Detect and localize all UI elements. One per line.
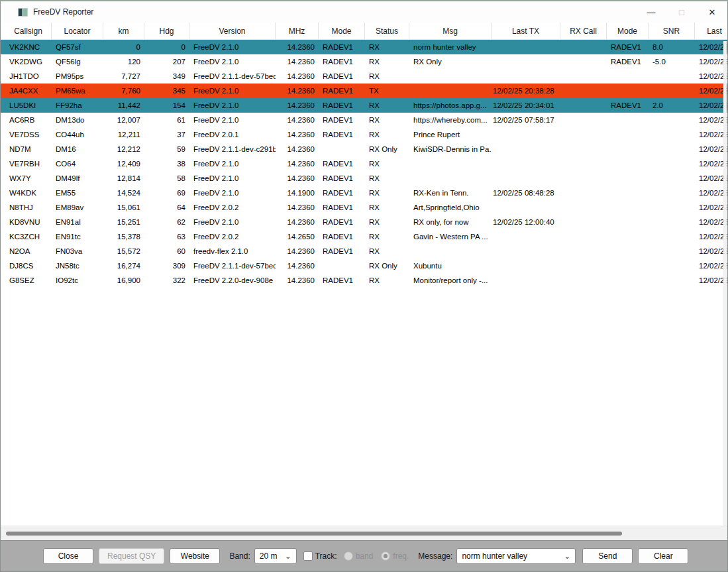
table-row-nd7m[interactable]: ND7MDM1612,21259FreeDV 2.1.1-dev-c291b14… bbox=[1, 142, 727, 156]
minimize-icon[interactable]: — bbox=[636, 1, 666, 23]
cell-km: 14,524 bbox=[103, 189, 144, 197]
close-button[interactable]: Close bbox=[43, 548, 93, 564]
clear-button[interactable]: Clear bbox=[638, 548, 688, 564]
cell-callsign: VK2DWG bbox=[5, 58, 52, 66]
table-row-ve7dss[interactable]: VE7DSSCO44uh12,21137FreeDV 2.0.114.2360R… bbox=[1, 127, 727, 142]
table-header: CallsignLocatorˆkmHdgVersionMHzModeStatu… bbox=[1, 23, 727, 40]
column-header-locator[interactable]: Locator bbox=[52, 23, 103, 39]
cell-callsign: AC6RB bbox=[5, 116, 52, 124]
cell-msg: Xubuntu bbox=[409, 262, 492, 270]
cell-locator: PM65wa bbox=[52, 87, 103, 95]
cell-version: FreeDV 2.1.0 bbox=[189, 101, 276, 109]
column-header-version[interactable]: Version bbox=[189, 23, 276, 39]
cell-last_tx: 12/02/25 20:34:01 bbox=[492, 101, 560, 109]
cell-status: RX bbox=[365, 247, 409, 255]
table-row-vk2knc[interactable]: VK2KNCQF57sf00FreeDV 2.1.014.2360RADEV1R… bbox=[1, 40, 727, 54]
table-row-w4kdk[interactable]: W4KDKEM5514,52469FreeDV 2.1.014.1900RADE… bbox=[1, 186, 727, 200]
cell-status: RX Only bbox=[365, 145, 409, 153]
cell-version: FreeDV 2.1.0 bbox=[189, 160, 276, 168]
track-band-radio[interactable] bbox=[344, 551, 353, 561]
horizontal-scrollbar-thumb[interactable] bbox=[6, 532, 622, 536]
table-row-wx7y[interactable]: WX7YDM49lf12,81458FreeDV 2.1.014.2360RAD… bbox=[1, 171, 727, 186]
cell-km: 12,007 bbox=[103, 116, 144, 124]
table-row-jh1tdo[interactable]: JH1TDOPM95ps7,727349FreeDV 2.1.1-dev-57b… bbox=[1, 69, 727, 84]
cell-status: RX bbox=[365, 189, 409, 197]
message-label: Message: bbox=[418, 551, 452, 561]
column-header-snr[interactable]: SNR bbox=[649, 23, 695, 39]
column-header-label: Version bbox=[219, 27, 245, 36]
cell-version: FreeDV 2.1.1-dev-57bed bbox=[189, 72, 276, 80]
cell-msg: https://whereby.com... bbox=[409, 116, 492, 124]
cell-msg: KiwiSDR-Dennis in Pa... bbox=[409, 145, 492, 153]
column-header-km[interactable]: ˆkm bbox=[103, 23, 144, 39]
cell-msg: https://photos.app.g... bbox=[409, 101, 492, 109]
table-row-kd8vnu[interactable]: KD8VNUEN91al15,25162FreeDV 2.1.014.2360R… bbox=[1, 215, 727, 229]
column-header-hdg[interactable]: Hdg bbox=[144, 23, 189, 39]
table-row-dj8cs[interactable]: DJ8CSJN58tc16,274309FreeDV 2.1.1-dev-57b… bbox=[1, 258, 727, 273]
table-row-n8thj[interactable]: N8THJEM89av15,06164FreeDV 2.0.214.2360RA… bbox=[1, 200, 727, 215]
column-header-label: Callsign bbox=[14, 27, 42, 36]
cell-last_update: 12/02/25 bbox=[695, 276, 727, 284]
band-select[interactable]: 20 m ⌄ bbox=[254, 548, 297, 564]
table-row-lu5dki[interactable]: LU5DKIFF92ha11,442154FreeDV 2.1.014.2360… bbox=[1, 98, 727, 113]
table-row-n2oa[interactable]: N2OAFN03va15,57260freedv-flex 2.1.014.23… bbox=[1, 244, 727, 258]
cell-km: 12,814 bbox=[103, 174, 144, 182]
cell-km: 7,760 bbox=[103, 87, 144, 95]
cell-mhz: 14.2650 bbox=[276, 233, 319, 241]
cell-status: RX bbox=[365, 43, 409, 51]
column-header-callsign[interactable]: Callsign bbox=[5, 23, 52, 39]
bottom-toolbar: Close Request QSY Website Band: 20 m ⌄ T… bbox=[1, 540, 727, 571]
table-row-ve7rbh[interactable]: VE7RBHCO6412,40938FreeDV 2.1.014.2360RAD… bbox=[1, 156, 727, 171]
column-header-msg[interactable]: Msg bbox=[409, 23, 492, 39]
cell-locator: QF56lg bbox=[52, 58, 103, 66]
cell-locator: QF57sf bbox=[52, 43, 103, 51]
cell-callsign: VK2KNC bbox=[5, 43, 52, 51]
cell-rx_mode: RADEV1 bbox=[607, 101, 649, 109]
website-button[interactable]: Website bbox=[170, 548, 220, 564]
column-header-label: Last TX bbox=[512, 27, 539, 36]
window-controls: — □ ✕ bbox=[636, 1, 727, 23]
cell-km: 12,212 bbox=[103, 145, 144, 153]
track-freq-radio[interactable] bbox=[381, 551, 390, 561]
column-header-mhz[interactable]: MHz bbox=[276, 23, 319, 39]
cell-version: FreeDV 2.0.2 bbox=[189, 233, 276, 241]
cell-last_update: 12/02/25 bbox=[695, 58, 727, 66]
cell-status: RX bbox=[365, 233, 409, 241]
column-header-last_tx[interactable]: Last TX bbox=[492, 23, 560, 39]
cell-hdg: 37 bbox=[144, 131, 189, 139]
cell-callsign: ND7M bbox=[5, 145, 52, 153]
cell-snr: 8.0 bbox=[649, 43, 695, 51]
cell-status: RX bbox=[365, 203, 409, 211]
vertical-scrollbar[interactable] bbox=[723, 41, 727, 526]
column-header-rx_mode[interactable]: Mode bbox=[607, 23, 649, 39]
table-row-g8sez[interactable]: G8SEZIO92tc16,900322FreeDV 2.2.0-dev-908… bbox=[1, 273, 727, 288]
cell-mode: RADEV1 bbox=[319, 218, 365, 226]
column-header-status[interactable]: Status bbox=[365, 23, 409, 39]
cell-km: 11,442 bbox=[103, 101, 144, 109]
table-row-kc3zch[interactable]: KC3ZCHEN91tc15,37863FreeDV 2.0.214.2650R… bbox=[1, 229, 727, 244]
send-button[interactable]: Send bbox=[582, 548, 633, 564]
cell-callsign: LU5DKI bbox=[5, 101, 52, 109]
message-combobox[interactable]: norm hunter valley ⌄ bbox=[456, 548, 576, 564]
cell-km: 15,251 bbox=[103, 218, 144, 226]
close-icon[interactable]: ✕ bbox=[697, 1, 727, 23]
cell-locator: PM95ps bbox=[52, 72, 103, 80]
table-row-ja4cxx[interactable]: JA4CXXPM65wa7,760345FreeDV 2.1.014.2360R… bbox=[1, 84, 727, 98]
cell-hdg: 349 bbox=[144, 72, 189, 80]
request-qsy-button[interactable]: Request QSY bbox=[99, 548, 164, 564]
track-checkbox[interactable] bbox=[303, 551, 313, 561]
column-header-last_update[interactable]: Last bbox=[695, 23, 727, 39]
cell-mhz: 14.2360 bbox=[276, 72, 319, 80]
horizontal-scrollbar[interactable] bbox=[1, 526, 727, 540]
cell-km: 7,727 bbox=[103, 72, 144, 80]
cell-status: TX bbox=[365, 87, 409, 95]
cell-last_tx: 12/02/25 20:38:28 bbox=[492, 87, 560, 95]
table-row-ac6rb[interactable]: AC6RBDM13do12,00761FreeDV 2.1.014.2360RA… bbox=[1, 113, 727, 127]
cell-mode: RADEV1 bbox=[319, 131, 365, 139]
table-row-vk2dwg[interactable]: VK2DWGQF56lg120207FreeDV 2.1.014.2360RAD… bbox=[1, 54, 727, 69]
column-header-mode[interactable]: Mode bbox=[319, 23, 365, 39]
cell-mode: RADEV1 bbox=[319, 276, 365, 284]
cell-mhz: 14.2360 bbox=[276, 203, 319, 211]
column-header-rx_call[interactable]: RX Call bbox=[560, 23, 607, 39]
maximize-icon[interactable]: □ bbox=[666, 1, 697, 23]
